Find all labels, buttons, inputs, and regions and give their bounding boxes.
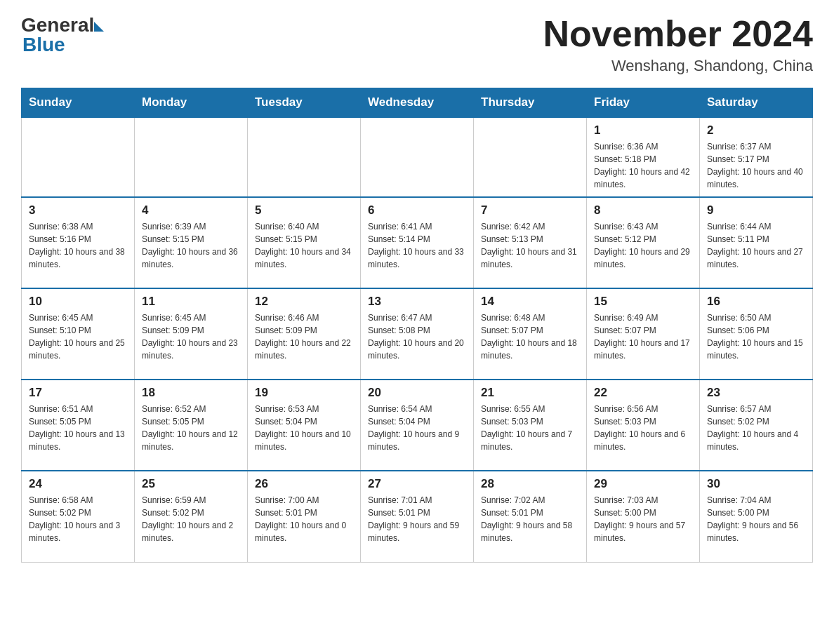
day-cell (248, 117, 361, 197)
day-number: 14 (481, 295, 579, 309)
day-cell (22, 117, 135, 197)
day-info: Sunrise: 6:59 AM Sunset: 5:02 PM Dayligh… (142, 494, 240, 544)
day-info: Sunrise: 6:42 AM Sunset: 5:13 PM Dayligh… (481, 220, 579, 271)
day-info: Sunrise: 6:55 AM Sunset: 5:03 PM Dayligh… (481, 403, 579, 453)
day-number: 12 (255, 295, 353, 309)
calendar-table: SundayMondayTuesdayWednesdayThursdayFrid… (21, 88, 813, 563)
day-cell: 13Sunrise: 6:47 AM Sunset: 5:08 PM Dayli… (361, 288, 474, 380)
day-info: Sunrise: 6:45 AM Sunset: 5:09 PM Dayligh… (142, 311, 240, 362)
day-number: 20 (368, 386, 466, 400)
day-info: Sunrise: 7:04 AM Sunset: 5:00 PM Dayligh… (707, 494, 805, 544)
day-info: Sunrise: 6:53 AM Sunset: 5:04 PM Dayligh… (255, 403, 353, 453)
day-info: Sunrise: 7:03 AM Sunset: 5:00 PM Dayligh… (594, 494, 692, 544)
day-number: 28 (481, 477, 579, 491)
day-number: 29 (594, 477, 692, 491)
day-info: Sunrise: 6:44 AM Sunset: 5:11 PM Dayligh… (707, 220, 805, 271)
day-cell: 4Sunrise: 6:39 AM Sunset: 5:15 PM Daylig… (135, 197, 248, 288)
day-info: Sunrise: 6:45 AM Sunset: 5:10 PM Dayligh… (29, 311, 127, 362)
day-number: 2 (707, 123, 805, 137)
day-cell: 14Sunrise: 6:48 AM Sunset: 5:07 PM Dayli… (474, 288, 587, 380)
day-cell: 6Sunrise: 6:41 AM Sunset: 5:14 PM Daylig… (361, 197, 474, 288)
day-info: Sunrise: 6:50 AM Sunset: 5:06 PM Dayligh… (707, 311, 805, 362)
day-cell: 5Sunrise: 6:40 AM Sunset: 5:15 PM Daylig… (248, 197, 361, 288)
day-number: 1 (594, 123, 692, 137)
day-cell: 22Sunrise: 6:56 AM Sunset: 5:03 PM Dayli… (587, 380, 700, 471)
day-cell: 25Sunrise: 6:59 AM Sunset: 5:02 PM Dayli… (135, 471, 248, 562)
day-cell: 20Sunrise: 6:54 AM Sunset: 5:04 PM Dayli… (361, 380, 474, 471)
day-number: 16 (707, 295, 805, 309)
title-block: November 2024 Wenshang, Shandong, China (543, 14, 813, 75)
day-cell: 9Sunrise: 6:44 AM Sunset: 5:11 PM Daylig… (700, 197, 813, 288)
day-cell: 23Sunrise: 6:57 AM Sunset: 5:02 PM Dayli… (700, 380, 813, 471)
day-info: Sunrise: 6:40 AM Sunset: 5:15 PM Dayligh… (255, 220, 353, 271)
day-number: 25 (142, 477, 240, 491)
day-info: Sunrise: 6:43 AM Sunset: 5:12 PM Dayligh… (594, 220, 692, 271)
day-cell: 16Sunrise: 6:50 AM Sunset: 5:06 PM Dayli… (700, 288, 813, 380)
month-title: November 2024 (543, 14, 813, 54)
header-cell-friday: Friday (587, 88, 700, 118)
day-number: 6 (368, 203, 466, 217)
day-number: 27 (368, 477, 466, 491)
day-number: 19 (255, 386, 353, 400)
day-number: 23 (707, 386, 805, 400)
day-cell: 18Sunrise: 6:52 AM Sunset: 5:05 PM Dayli… (135, 380, 248, 471)
location-text: Wenshang, Shandong, China (543, 57, 813, 75)
header-cell-thursday: Thursday (474, 88, 587, 118)
header-row: SundayMondayTuesdayWednesdayThursdayFrid… (22, 88, 813, 118)
day-cell: 21Sunrise: 6:55 AM Sunset: 5:03 PM Dayli… (474, 380, 587, 471)
page-header: General Blue November 2024 Wenshang, Sha… (21, 14, 813, 75)
calendar-body: 1Sunrise: 6:36 AM Sunset: 5:18 PM Daylig… (22, 117, 813, 562)
day-number: 10 (29, 295, 127, 309)
day-number: 8 (594, 203, 692, 217)
day-cell: 28Sunrise: 7:02 AM Sunset: 5:01 PM Dayli… (474, 471, 587, 562)
day-info: Sunrise: 6:46 AM Sunset: 5:09 PM Dayligh… (255, 311, 353, 362)
day-cell: 8Sunrise: 6:43 AM Sunset: 5:12 PM Daylig… (587, 197, 700, 288)
day-info: Sunrise: 6:37 AM Sunset: 5:17 PM Dayligh… (707, 140, 805, 191)
week-row-2: 3Sunrise: 6:38 AM Sunset: 5:16 PM Daylig… (22, 197, 813, 288)
day-cell (135, 117, 248, 197)
day-cell: 11Sunrise: 6:45 AM Sunset: 5:09 PM Dayli… (135, 288, 248, 380)
day-cell: 1Sunrise: 6:36 AM Sunset: 5:18 PM Daylig… (587, 117, 700, 197)
day-cell: 27Sunrise: 7:01 AM Sunset: 5:01 PM Dayli… (361, 471, 474, 562)
day-number: 21 (481, 386, 579, 400)
day-info: Sunrise: 6:41 AM Sunset: 5:14 PM Dayligh… (368, 220, 466, 271)
day-cell: 2Sunrise: 6:37 AM Sunset: 5:17 PM Daylig… (700, 117, 813, 197)
header-cell-tuesday: Tuesday (248, 88, 361, 118)
day-cell: 19Sunrise: 6:53 AM Sunset: 5:04 PM Dayli… (248, 380, 361, 471)
day-cell (361, 117, 474, 197)
logo-arrow-icon (94, 22, 104, 32)
header-cell-wednesday: Wednesday (361, 88, 474, 118)
day-cell: 30Sunrise: 7:04 AM Sunset: 5:00 PM Dayli… (700, 471, 813, 562)
logo: General Blue (21, 14, 104, 56)
day-info: Sunrise: 6:56 AM Sunset: 5:03 PM Dayligh… (594, 403, 692, 453)
day-number: 7 (481, 203, 579, 217)
day-info: Sunrise: 6:58 AM Sunset: 5:02 PM Dayligh… (29, 494, 127, 544)
day-cell: 12Sunrise: 6:46 AM Sunset: 5:09 PM Dayli… (248, 288, 361, 380)
day-info: Sunrise: 6:36 AM Sunset: 5:18 PM Dayligh… (594, 140, 692, 191)
day-number: 4 (142, 203, 240, 217)
calendar-header: SundayMondayTuesdayWednesdayThursdayFrid… (22, 88, 813, 118)
day-cell (474, 117, 587, 197)
day-number: 26 (255, 477, 353, 491)
week-row-1: 1Sunrise: 6:36 AM Sunset: 5:18 PM Daylig… (22, 117, 813, 197)
day-number: 18 (142, 386, 240, 400)
day-number: 5 (255, 203, 353, 217)
day-cell: 26Sunrise: 7:00 AM Sunset: 5:01 PM Dayli… (248, 471, 361, 562)
header-cell-sunday: Sunday (22, 88, 135, 118)
day-cell: 10Sunrise: 6:45 AM Sunset: 5:10 PM Dayli… (22, 288, 135, 380)
day-number: 13 (368, 295, 466, 309)
day-cell: 15Sunrise: 6:49 AM Sunset: 5:07 PM Dayli… (587, 288, 700, 380)
day-cell: 7Sunrise: 6:42 AM Sunset: 5:13 PM Daylig… (474, 197, 587, 288)
day-number: 9 (707, 203, 805, 217)
day-info: Sunrise: 6:39 AM Sunset: 5:15 PM Dayligh… (142, 220, 240, 271)
day-number: 17 (29, 386, 127, 400)
day-cell: 3Sunrise: 6:38 AM Sunset: 5:16 PM Daylig… (22, 197, 135, 288)
day-info: Sunrise: 6:38 AM Sunset: 5:16 PM Dayligh… (29, 220, 127, 271)
day-number: 11 (142, 295, 240, 309)
day-info: Sunrise: 6:57 AM Sunset: 5:02 PM Dayligh… (707, 403, 805, 453)
day-info: Sunrise: 6:54 AM Sunset: 5:04 PM Dayligh… (368, 403, 466, 453)
day-info: Sunrise: 6:49 AM Sunset: 5:07 PM Dayligh… (594, 311, 692, 362)
day-number: 15 (594, 295, 692, 309)
day-cell: 17Sunrise: 6:51 AM Sunset: 5:05 PM Dayli… (22, 380, 135, 471)
logo-blue-text: Blue (22, 34, 65, 56)
